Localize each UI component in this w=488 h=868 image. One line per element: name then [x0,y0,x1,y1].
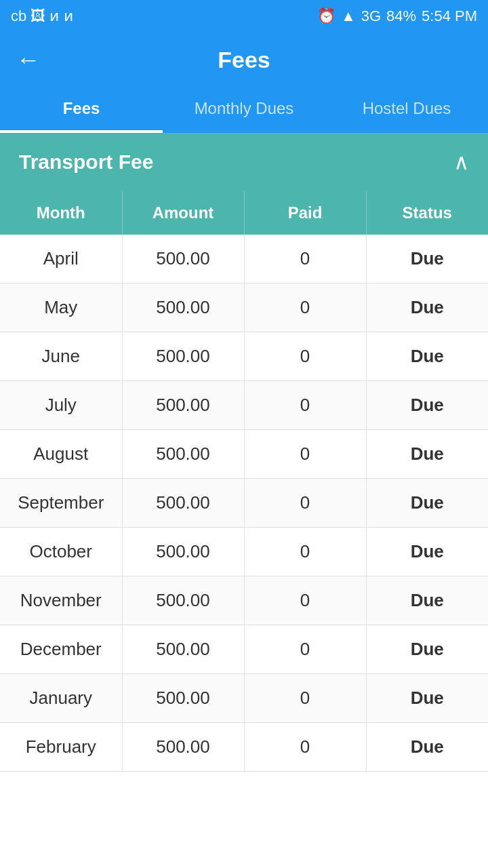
status-bar: cb 🖼 ᴎ ᴎ ⏰ ▲ 3G 84% 5:54 PM [0,0,488,33]
cell-amount: 500.00 [122,479,244,528]
table-row: November500.000Due [0,576,488,625]
cell-month: September [0,479,122,528]
table-row: May500.000Due [0,283,488,332]
cell-status: Due [366,674,488,723]
cell-amount: 500.00 [122,576,244,625]
back-button[interactable]: ← [16,45,41,74]
page-title: Fees [218,47,270,73]
table-row: January500.000Due [0,674,488,723]
cell-amount: 500.00 [122,235,244,283]
cell-paid: 0 [244,430,366,479]
cell-month: May [0,283,122,332]
cell-paid: 0 [244,723,366,772]
cell-status: Due [366,235,488,283]
cell-month: December [0,625,122,674]
cell-status: Due [366,479,488,528]
cell-amount: 500.00 [122,625,244,674]
time-label: 5:54 PM [422,7,477,25]
table-row: December500.000Due [0,625,488,674]
table-row: October500.000Due [0,528,488,576]
cell-amount: 500.00 [122,674,244,723]
network-label: 3G [361,7,381,25]
wifi-icon: ▲ [341,7,356,25]
cell-month: July [0,381,122,430]
header: ← Fees [0,33,488,87]
cell-month: June [0,332,122,381]
cell-amount: 500.00 [122,528,244,576]
table-row: August500.000Due [0,430,488,479]
cell-paid: 0 [244,235,366,283]
tab-monthly-dues[interactable]: Monthly Dues [163,87,325,133]
cell-month: February [0,723,122,772]
chevron-up-icon: ∧ [453,149,469,175]
alarm-icon: ⏰ [317,7,336,25]
col-header-paid: Paid [244,191,366,235]
col-header-status: Status [366,191,488,235]
cell-paid: 0 [244,576,366,625]
cell-status: Due [366,283,488,332]
cell-amount: 500.00 [122,381,244,430]
table-row: July500.000Due [0,381,488,430]
table-row: September500.000Due [0,479,488,528]
battery-label: 84% [386,7,416,25]
cell-month: October [0,528,122,576]
cell-status: Due [366,332,488,381]
cell-amount: 500.00 [122,332,244,381]
col-header-amount: Amount [122,191,244,235]
cell-status: Due [366,430,488,479]
cell-paid: 0 [244,332,366,381]
cell-paid: 0 [244,528,366,576]
cell-month: November [0,576,122,625]
cell-amount: 500.00 [122,723,244,772]
cell-paid: 0 [244,283,366,332]
table-row: April500.000Due [0,235,488,283]
cell-paid: 0 [244,381,366,430]
cell-paid: 0 [244,625,366,674]
app-icons: cb 🖼 ᴎ ᴎ [11,7,73,25]
fees-table: Month Amount Paid Status April500.000Due… [0,191,488,772]
cell-status: Due [366,528,488,576]
tabs-container: Fees Monthly Dues Hostel Dues [0,87,488,133]
cell-status: Due [366,625,488,674]
cell-amount: 500.00 [122,430,244,479]
cell-paid: 0 [244,674,366,723]
cell-status: Due [366,381,488,430]
section-header[interactable]: Transport Fee ∧ [0,133,488,191]
section-title: Transport Fee [19,151,153,174]
tab-hostel-dues[interactable]: Hostel Dues [325,87,488,133]
table-header-row: Month Amount Paid Status [0,191,488,235]
status-bar-right: ⏰ ▲ 3G 84% 5:54 PM [317,7,477,25]
cell-status: Due [366,576,488,625]
cell-month: January [0,674,122,723]
table-row: June500.000Due [0,332,488,381]
cell-month: April [0,235,122,283]
status-bar-left: cb 🖼 ᴎ ᴎ [11,7,73,25]
cell-status: Due [366,723,488,772]
table-row: February500.000Due [0,723,488,772]
cell-month: August [0,430,122,479]
cell-amount: 500.00 [122,283,244,332]
cell-paid: 0 [244,479,366,528]
tab-fees[interactable]: Fees [0,87,163,133]
col-header-month: Month [0,191,122,235]
